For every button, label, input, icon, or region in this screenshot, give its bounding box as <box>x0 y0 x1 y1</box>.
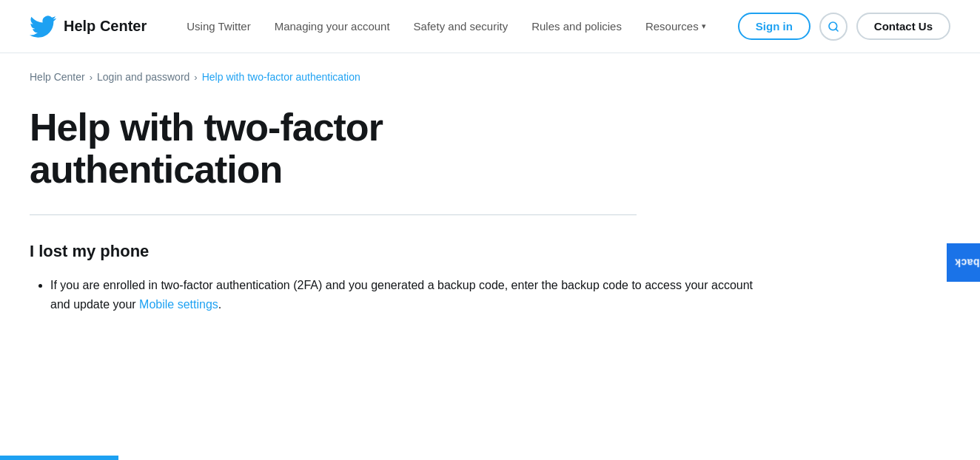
contact-us-button[interactable]: Contact Us <box>856 13 950 40</box>
feedback-tab[interactable]: Feedback <box>947 243 980 282</box>
sign-in-button[interactable]: Sign in <box>738 13 810 40</box>
site-header: Help Center Using Twitter Managing your … <box>0 0 980 53</box>
section-lost-phone-heading: I lost my phone <box>30 242 770 261</box>
svg-line-1 <box>836 29 838 31</box>
breadcrumb-sep-2: › <box>194 72 197 83</box>
nav-resources[interactable]: Resources <box>635 14 716 38</box>
bullet-list: If you are enrolled in two-factor authen… <box>30 276 770 314</box>
twitter-bird-icon <box>30 13 56 40</box>
breadcrumb-current: Help with two-factor authentication <box>202 71 360 83</box>
mobile-settings-link[interactable]: Mobile settings <box>139 298 218 311</box>
bullet1-suffix: . <box>218 298 221 311</box>
list-item: If you are enrolled in two-factor authen… <box>50 276 770 314</box>
header-actions: Sign in Contact Us <box>738 13 950 41</box>
breadcrumb-sep-1: › <box>90 72 93 83</box>
main-nav: Using Twitter Managing your account Safe… <box>176 14 738 38</box>
nav-using-twitter[interactable]: Using Twitter <box>176 14 261 38</box>
search-icon <box>828 21 839 33</box>
breadcrumb-help-center[interactable]: Help Center <box>30 71 85 83</box>
nav-rules-policies[interactable]: Rules and policies <box>521 14 632 38</box>
nav-safety-security[interactable]: Safety and security <box>403 14 519 38</box>
page-title: Help with two-factor authentication <box>30 106 770 191</box>
main-content: Help with two-factor authentication I lo… <box>0 92 799 348</box>
bottom-bar <box>0 456 118 460</box>
search-button[interactable] <box>819 13 848 41</box>
logo-text: Help Center <box>64 18 147 35</box>
logo-link[interactable]: Help Center <box>30 13 147 40</box>
content-divider <box>30 214 637 215</box>
nav-managing-account[interactable]: Managing your account <box>264 14 400 38</box>
breadcrumb: Help Center › Login and password › Help … <box>0 53 980 92</box>
breadcrumb-login-password[interactable]: Login and password <box>97 71 189 83</box>
